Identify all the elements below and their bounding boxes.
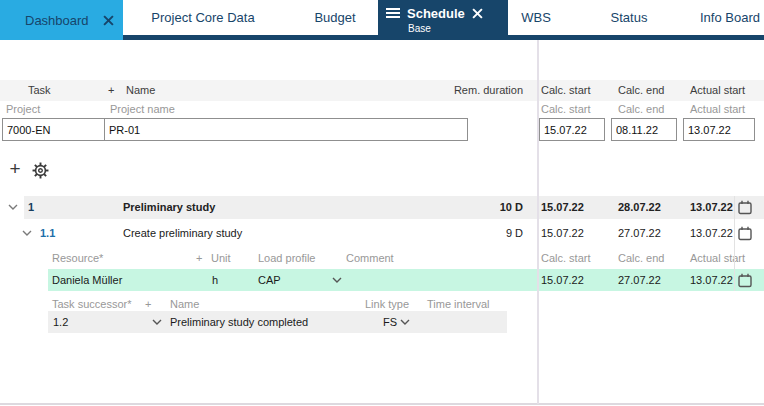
col-header-rem-duration: Rem. duration [454,80,523,101]
task-calc-end: 27.07.22 [618,222,661,245]
add-resource-icon[interactable]: + [196,251,202,266]
calendar-icon[interactable] [738,273,752,288]
successor-row[interactable]: 1.2 Preliminary study completed FS [0,311,764,333]
task-rem-duration: 10 D [500,196,523,219]
tab-schedule[interactable]: Schedule Base [378,0,508,40]
successor-name: Preliminary study completed [170,311,308,333]
label-project: Project [6,102,40,117]
col-header-name: Name [170,297,199,311]
chevron-down-icon[interactable] [332,277,342,284]
project-actual-start-input[interactable] [683,118,755,141]
col-header-name: Name [126,80,155,101]
resource-calc-start: 15.07.22 [541,269,584,291]
project-label-row: Project Project name Calc. start Calc. e… [0,102,764,117]
successor-id: 1.2 [53,311,68,333]
col-header-calc-start: Calc. start [541,80,591,101]
tab-dashboard[interactable]: Dashboard [0,0,123,40]
add-task-button[interactable]: + [4,158,26,180]
resource-unit: h [212,269,218,291]
col-header-calc-end: Calc. end [618,251,664,266]
col-header-calc-start: Calc. start [541,251,591,266]
close-icon[interactable] [472,8,483,19]
calendar-icon[interactable] [738,200,752,215]
tab-sublabel: Base [386,23,508,34]
resource-name: Daniela Müller [52,269,122,291]
col-header-actual-start: Actual start [690,80,745,101]
resource-actual-start: 13.07.22 [690,269,733,291]
task-calc-end: 28.07.22 [618,196,661,219]
project-id-input[interactable] [2,118,105,141]
resource-header-row: Resource* + Unit Load profile Comment Ca… [0,251,764,266]
project-name-input[interactable] [104,118,468,141]
grid-header-row: Task + Name Rem. duration Calc. start Ca… [0,80,764,101]
col-header-unit: Unit [211,251,231,266]
calendar-column-divider [734,196,735,291]
task-actual-start: 13.07.22 [690,222,733,245]
project-calc-end-input[interactable] [611,118,677,141]
tab-wbs[interactable]: WBS [500,0,572,35]
task-toolbar: + [0,158,764,182]
resource-calc-end: 27.07.22 [618,269,661,291]
settings-button[interactable] [29,158,51,180]
chevron-down-icon[interactable] [8,204,18,211]
col-header-resource: Resource* [52,251,103,266]
col-header-task: Task [28,80,51,101]
column-divider [537,40,539,404]
tab-label: Info Board [700,10,760,25]
tab-label: Status [611,10,648,25]
task-name: Create preliminary study [123,222,242,245]
chevron-down-icon[interactable] [400,319,410,326]
tab-budget[interactable]: Budget [290,0,380,35]
chevron-down-icon[interactable] [22,230,32,237]
close-icon[interactable] [103,15,114,26]
task-row-1[interactable]: 1 Preliminary study 10 D 15.07.22 28.07.… [0,196,764,219]
col-header-load-profile: Load profile [258,251,316,266]
col-header-comment: Comment [346,251,394,266]
label-actual-start: Actual start [690,102,745,117]
task-row-1-1[interactable]: 1.1 Create preliminary study 9 D 15.07.2… [0,222,764,245]
tab-project-core-data[interactable]: Project Core Data [125,0,281,35]
col-header-calc-end: Calc. end [618,80,664,101]
successor-header-row: Task successor* + Name Link type Time in… [0,297,764,311]
task-name: Preliminary study [123,196,215,219]
tab-label: Schedule [407,6,465,21]
col-header-task-successor: Task successor* [52,297,131,311]
tab-bar: Dashboard Project Core Data Budget Sched… [0,0,764,40]
project-calc-start-input[interactable] [539,118,605,141]
tab-label: WBS [521,10,551,25]
calendar-icon[interactable] [738,226,752,241]
col-header-time-interval: Time interval [427,297,490,311]
tab-status[interactable]: Status [593,0,665,35]
tab-label: Project Core Data [151,10,254,25]
label-calc-start: Calc. start [541,102,591,117]
task-calc-start: 15.07.22 [541,222,584,245]
label-project-name: Project name [110,102,175,117]
project-input-row [0,118,764,142]
task-number: 1.1 [40,222,55,245]
task-rem-duration: 9 D [506,222,523,245]
bottom-divider [0,403,764,405]
resource-load-profile: CAP [258,269,281,291]
add-successor-icon[interactable]: + [145,297,151,311]
task-actual-start: 13.07.22 [690,196,733,219]
tab-info-board[interactable]: Info Board [692,0,764,35]
schedule-page: Dashboard Project Core Data Budget Sched… [0,0,764,406]
tab-label: Budget [314,10,355,25]
add-column-icon[interactable]: + [108,80,114,101]
col-header-actual-start: Actual start [690,251,745,266]
gear-icon [32,162,49,179]
chevron-down-icon[interactable] [152,319,162,326]
tab-label: Dashboard [25,13,89,28]
menu-icon[interactable] [386,8,400,18]
resource-row[interactable]: Daniela Müller h CAP 15.07.22 27.07.22 1… [0,269,764,291]
task-number: 1 [28,196,34,219]
label-calc-end: Calc. end [618,102,664,117]
task-calc-start: 15.07.22 [541,196,584,219]
successor-link-type: FS [383,311,397,333]
col-header-link-type: Link type [365,297,409,311]
